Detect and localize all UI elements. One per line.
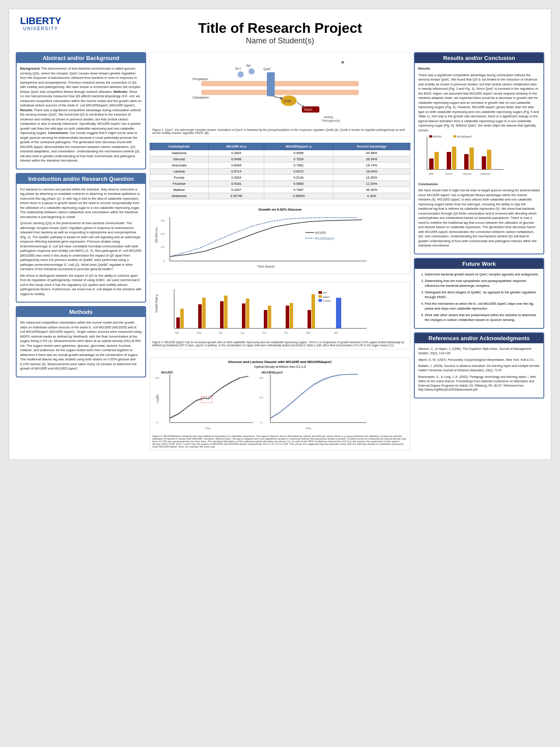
svg-text:AI-2: AI-2 bbox=[235, 67, 241, 70]
svg-rect-44 bbox=[286, 306, 289, 328]
table-row: Galactose0.28020.505544.58% bbox=[150, 150, 410, 156]
svg-rect-35 bbox=[180, 309, 184, 328]
future-work-list: Determine bacterial growth based on QseC… bbox=[418, 272, 540, 323]
future-work-header: Future Work bbox=[415, 259, 543, 269]
svg-text:-2.0: -2.0 bbox=[154, 377, 159, 379]
svg-rect-34 bbox=[176, 317, 180, 328]
reference-item: Allport, G. W. (1937). Personality: A ps… bbox=[418, 358, 540, 362]
list-item: Distinguish the direct targets of QseBC:… bbox=[425, 290, 540, 300]
table-header-mut: MG1655ΔqseC μ bbox=[264, 143, 333, 150]
svg-text:QseC: QseC bbox=[263, 67, 271, 71]
table-cell: 0.6972 bbox=[264, 169, 333, 175]
results-text: Results There was a significant competit… bbox=[418, 67, 540, 248]
table-header-carb: Carbohydrate bbox=[150, 143, 209, 150]
table-cell: 0.7524 bbox=[264, 156, 333, 162]
table-cell: 44.58% bbox=[333, 150, 410, 156]
table-header-wt: MG1655 wt μ bbox=[208, 143, 264, 150]
svg-text:Time: Time bbox=[205, 427, 211, 430]
svg-text:0.8: 0.8 bbox=[161, 219, 165, 222]
table-cell: Galactose bbox=[150, 150, 209, 156]
svg-text:WT: WT bbox=[323, 292, 327, 294]
svg-rect-83 bbox=[447, 152, 451, 169]
table-cell: Gluconate bbox=[150, 162, 209, 169]
figure1-caption: Figure 1. QseC: the adrenergic receptor … bbox=[152, 128, 408, 134]
svg-rect-41 bbox=[246, 299, 249, 328]
table-cell: 0.5496 bbox=[208, 156, 264, 162]
svg-rect-82 bbox=[434, 152, 439, 169]
svg-rect-87 bbox=[482, 156, 486, 169]
svg-text:Pathogenicity: Pathogenicity bbox=[322, 119, 340, 123]
svg-text:0.2: 0.2 bbox=[161, 246, 165, 248]
growth-chart-area: Growth on 0.02% Glucose OD 600 nm Time (… bbox=[150, 205, 410, 274]
data-table: Carbohydrate MG1655 wt μ MG1655ΔqseC μ P… bbox=[150, 143, 410, 199]
svg-text:Fru: Fru bbox=[284, 331, 288, 334]
svg-text:0: 0 bbox=[157, 421, 158, 424]
table-header-pct: Percent Advantage bbox=[333, 143, 410, 150]
svg-text:-2.0: -2.0 bbox=[259, 377, 263, 379]
svg-rect-88 bbox=[487, 150, 491, 169]
table-cell: 0.4304 bbox=[208, 175, 264, 181]
abstract-header: Abstract and/or Background bbox=[17, 53, 145, 63]
svg-rect-57 bbox=[318, 291, 322, 294]
svg-text:ΔfliA: ΔfliA bbox=[429, 173, 434, 175]
svg-text:MG1655: MG1655 bbox=[161, 371, 173, 374]
table-cell: 0.5144 bbox=[264, 175, 333, 181]
svg-text:Epi: Epi bbox=[246, 64, 251, 67]
logo-text: LIBERTY bbox=[20, 16, 61, 26]
svg-text:MG1655: MG1655 bbox=[433, 135, 441, 138]
right-column: Results and/or Conclusion Results There … bbox=[414, 52, 544, 453]
svg-rect-48 bbox=[336, 298, 341, 328]
figure1-area: Periplasm Cytoplasm QseC QseB FlhDC bbox=[150, 52, 410, 137]
svg-rect-0 bbox=[201, 81, 359, 86]
svg-text:MG1655ΔqseC: MG1655ΔqseC bbox=[262, 371, 283, 374]
svg-text:0: 0 bbox=[163, 260, 165, 262]
table-cell: Glucose bbox=[150, 156, 209, 162]
svg-text:Lac: Lac bbox=[241, 331, 245, 334]
growth-curve-svg: OD 600 nm Time (hours) MG1655 MG1655Δqse… bbox=[152, 213, 371, 270]
svg-text:Gln: Gln bbox=[219, 331, 223, 334]
svg-text:Fuc: Fuc bbox=[262, 331, 266, 334]
intro-header: Introduction and/or Research Question bbox=[17, 174, 145, 184]
left-column: Abstract and/or Background Background: T… bbox=[16, 52, 146, 453]
svg-rect-61 bbox=[318, 299, 322, 302]
svg-text:ΔmotA: ΔmotA bbox=[445, 173, 453, 175]
svg-text:A: A bbox=[341, 60, 344, 64]
svg-line-11 bbox=[297, 102, 304, 107]
student-name: Name of Student(s) bbox=[198, 36, 362, 46]
svg-rect-81 bbox=[429, 159, 434, 169]
table-cell: 11.93% bbox=[333, 181, 410, 187]
diauxie-svg: 0 -1.0 -2.0 Log OD Time MG1655 0 bbox=[152, 370, 371, 431]
svg-point-14 bbox=[248, 68, 255, 74]
center-column: Periplasm Cytoplasm QseC QseB FlhDC bbox=[150, 52, 410, 453]
figure6-caption: Figure 6. MG1655ΔqseC skipping over the … bbox=[152, 435, 408, 448]
table-cell: 4.10% bbox=[333, 193, 410, 199]
svg-rect-39 bbox=[224, 296, 228, 328]
svg-rect-45 bbox=[290, 303, 293, 328]
diauxie-chart-title: Glucose and Lactose Diauxie with MG1655 … bbox=[152, 360, 408, 364]
table-cell: 26.94% bbox=[333, 156, 410, 162]
svg-rect-1 bbox=[201, 90, 359, 95]
table-cell: Fucose bbox=[150, 175, 209, 181]
table-cell: 0.4287 bbox=[208, 187, 264, 193]
table-row: Maltose0.42870.798746.30% bbox=[150, 187, 410, 193]
page-title: Title of Research Project bbox=[198, 20, 362, 36]
bar-chart-area: Growth Rate μ bbox=[150, 282, 410, 349]
table-cell: 0.6406 bbox=[208, 162, 264, 169]
svg-text:MG1655: MG1655 bbox=[315, 231, 326, 234]
table-cell: 2.55903 bbox=[264, 193, 333, 199]
table-cell: 18.04% bbox=[333, 169, 410, 175]
svg-text:intestinal: intestinal bbox=[480, 173, 490, 175]
table-row: Glucose0.54960.752426.94% bbox=[150, 156, 410, 162]
svg-rect-36 bbox=[198, 304, 202, 328]
figure1-svg: Periplasm Cytoplasm QseC QseB FlhDC bbox=[188, 55, 372, 125]
bar-chart-svg: Growth Rate μ bbox=[152, 285, 371, 337]
table-row: Fucose0.43040.514416.30% bbox=[150, 175, 410, 181]
svg-text:QseB: QseB bbox=[284, 99, 291, 103]
svg-rect-46 bbox=[308, 310, 311, 328]
svg-text:Periplasm: Periplasm bbox=[192, 77, 208, 81]
svg-rect-84 bbox=[452, 147, 456, 169]
svg-text:FlhDC: FlhDC bbox=[304, 108, 313, 111]
logo-sub: UNIVERSITY bbox=[20, 26, 61, 31]
figure5-caption: Figure 5. MG1655 ΔqseC has an increased … bbox=[152, 341, 408, 347]
table-cell: Maltose bbox=[150, 187, 209, 193]
